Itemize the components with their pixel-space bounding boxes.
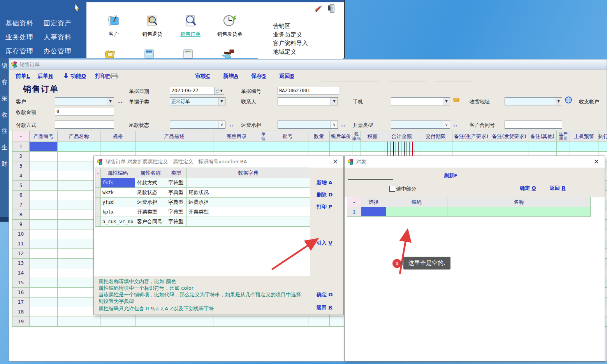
invoice-type-select[interactable] (391, 121, 450, 129)
doc-subtype-combo[interactable]: 正常订单 (170, 97, 225, 105)
launcher-item-sales-shipment[interactable]: 销售发货单 (210, 14, 249, 38)
grid-cell[interactable] (419, 142, 452, 152)
mobile-combo[interactable] (391, 97, 450, 105)
attr-row-handle[interactable] (95, 188, 101, 198)
attr-cell[interactable]: 字符型 (166, 178, 186, 188)
attr-cell[interactable]: 开票类型 (186, 207, 310, 217)
grid-cell[interactable] (308, 142, 330, 152)
attr-cell[interactable]: a_cus_vr_no (101, 217, 135, 227)
ship-address-combo[interactable] (505, 97, 562, 105)
menu-office[interactable]: 办公管理 (44, 47, 72, 56)
grid-cell[interactable] (30, 220, 58, 229)
grid-row-number[interactable]: 2 (12, 152, 30, 161)
grid-cell[interactable] (30, 152, 58, 161)
attr-cell[interactable]: 付款方式 (135, 178, 166, 188)
audit-link[interactable]: 审核C (195, 73, 210, 80)
menu-basic-data[interactable]: 基础资料 (5, 19, 33, 28)
object-select-cell[interactable] (361, 207, 386, 217)
tail-status-dropdown-button[interactable] (218, 121, 225, 128)
contract-no-input[interactable] (505, 121, 562, 129)
grid-row-number[interactable]: 10 (12, 229, 30, 239)
grid-cell[interactable] (100, 142, 135, 152)
object-cell[interactable] (447, 207, 591, 217)
phone-icon[interactable]: ☎ (452, 96, 460, 104)
side-strip-menu-item[interactable]: 生 (2, 144, 7, 151)
grid-cell[interactable] (100, 317, 135, 327)
grid-cell[interactable] (260, 142, 267, 152)
attr-cell[interactable]: kplx (101, 207, 135, 217)
grid-cell[interactable] (557, 142, 570, 152)
attr-cell[interactable]: 字典型 (166, 198, 186, 207)
grid-cell[interactable] (30, 307, 58, 317)
attr-import-link[interactable]: 引入 V (317, 240, 333, 247)
grid-row-number[interactable]: 16 (12, 288, 30, 298)
grid-cell[interactable] (135, 317, 213, 327)
globe-icon[interactable] (565, 96, 572, 103)
grid-cell[interactable] (30, 249, 58, 259)
grid-cell[interactable] (384, 142, 419, 152)
launcher-item-customer[interactable]: 客户 (96, 14, 132, 38)
menu-fixed-assets[interactable]: 固定资产 (44, 19, 72, 28)
save-link[interactable]: 保存S (251, 73, 266, 80)
grid-row-number[interactable]: 5 (12, 181, 30, 191)
add-link[interactable]: 新增A (223, 73, 238, 80)
doc-subtype-dropdown-button[interactable] (218, 98, 225, 105)
freight-browse-dots[interactable]: .. (341, 122, 346, 128)
contact-dropdown-button[interactable] (331, 98, 338, 105)
grid-cell[interactable] (490, 142, 528, 152)
grid-cell[interactable] (30, 298, 58, 307)
grid-cell[interactable] (30, 317, 58, 327)
grid-cell[interactable] (352, 142, 361, 152)
invoice-type-dropdown-button[interactable] (443, 121, 450, 128)
grid-cell[interactable] (58, 142, 100, 152)
side-strip-menu-item[interactable]: 销 (2, 62, 7, 70)
exit-icon[interactable] (327, 4, 335, 13)
hammer-icon[interactable] (221, 49, 234, 59)
attr-ok-link[interactable]: 确定 O (317, 291, 333, 298)
menu-business-process[interactable]: 业务处理 (5, 33, 33, 42)
attr-print-link[interactable]: 打印 P (317, 203, 332, 210)
grid-cell[interactable] (30, 171, 58, 181)
grid-cell[interactable] (330, 142, 352, 152)
object-cell[interactable] (386, 207, 447, 217)
grid-cell[interactable] (30, 278, 58, 288)
attr-cell[interactable]: 运费承担 (135, 198, 166, 207)
submenu-customer-import[interactable]: 客户资料导入 (273, 40, 308, 47)
grid-cell[interactable] (30, 239, 58, 249)
close-icon[interactable]: × (333, 158, 338, 165)
grid-cell[interactable] (267, 142, 308, 152)
grid-cell[interactable] (361, 142, 384, 152)
folder-icon[interactable] (104, 49, 116, 59)
submenu-salesman-define[interactable]: 业务员定义 (273, 31, 302, 38)
grid-row-number[interactable]: 11 (12, 239, 30, 249)
freight-bearer-dropdown-button[interactable] (331, 121, 338, 128)
tail-status-browse-dots[interactable]: .. (229, 122, 234, 128)
attr-cell[interactable] (186, 178, 310, 188)
grid-row-number[interactable]: 4 (12, 171, 30, 181)
menu-hr[interactable]: 人事资料 (44, 33, 72, 42)
side-strip-menu-item[interactable]: 收 (2, 111, 7, 119)
freight-bearer-select[interactable] (278, 121, 338, 129)
attr-cell[interactable]: 客户合同号 (135, 217, 166, 227)
attr-delete-link[interactable]: 删除 D (317, 191, 333, 198)
grid-cell[interactable] (30, 268, 58, 278)
window-icon[interactable] (182, 49, 194, 59)
attr-cell[interactable]: fkfs (101, 178, 135, 188)
attr-row-handle[interactable] (95, 217, 101, 227)
grid-cell[interactable] (30, 142, 58, 152)
grid-row-number[interactable]: 1 (12, 142, 30, 152)
doc-date-picker[interactable]: 2023-06-27 (170, 87, 224, 95)
print-link[interactable]: 打印P (95, 73, 110, 80)
grid-cell[interactable] (30, 161, 58, 171)
grid-row-number[interactable]: 3 (12, 161, 30, 171)
mobile-dropdown-button[interactable] (443, 98, 450, 105)
grid-row-number[interactable]: 12 (12, 249, 30, 259)
attr-cell[interactable]: 字符型 (166, 217, 186, 227)
object-row-number[interactable]: 1 (347, 207, 361, 217)
grid-cell[interactable] (30, 288, 58, 298)
device-icon[interactable] (143, 49, 155, 59)
grid-row-number[interactable]: 19 (12, 317, 30, 327)
grid-cell[interactable] (452, 142, 490, 152)
grid-cell[interactable] (30, 259, 58, 268)
received-amount-input[interactable]: 0 (55, 108, 114, 116)
